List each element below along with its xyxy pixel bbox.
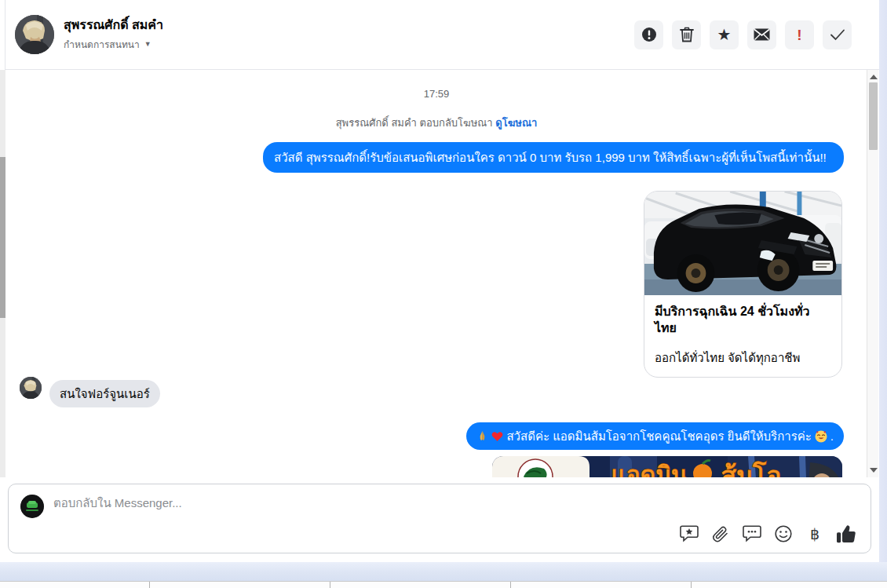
car-photo (644, 192, 841, 295)
like-button[interactable] (836, 524, 856, 544)
header-text: สุพรรณศักดิ์ สมคำ กำหนดการสนทนา ▼ (64, 17, 634, 52)
paperclip-icon (712, 525, 729, 543)
thread-list-scrollbar[interactable] (0, 70, 5, 477)
report-button[interactable] (634, 20, 663, 49)
ad-context-text: สุพรรณศักดิ์ สมคำ ตอบกลับโฆษณา (336, 117, 493, 129)
schedule-label: กำหนดการสนทนา (64, 37, 140, 52)
card-title: มีบริการฉุกเฉิน 24 ชั่วโมงทั่วไทย (655, 304, 831, 337)
outgoing-message-bubble[interactable]: สวัสดีค่ะ แอดมินส้มโอจากโชคคูณโชคอุดร ยิ… (466, 422, 844, 450)
saved-replies-icon (680, 525, 699, 542)
alert-circle-icon (641, 27, 657, 42)
thumbs-up-icon (836, 524, 856, 544)
window-bottom-strip (0, 581, 887, 588)
column-divider (691, 582, 692, 588)
mark-done-button[interactable] (823, 20, 852, 49)
checkmark-icon (830, 28, 845, 41)
follow-up-button[interactable]: ★ (710, 20, 739, 49)
smiling-face-with-hearts-emoji (815, 430, 827, 443)
exclamation-red-icon: ! (797, 27, 801, 42)
customer-avatar-photo (20, 377, 42, 399)
comment-button[interactable] (742, 524, 762, 544)
chat-scrollbar[interactable] (867, 70, 878, 477)
composer-actions: ฿ (679, 524, 856, 544)
window-bottom-band (0, 562, 887, 581)
attach-file-button[interactable] (710, 524, 731, 544)
comment-icon (743, 525, 761, 542)
flag-important-button[interactable]: ! (785, 20, 814, 49)
baht-icon: ฿ (810, 527, 819, 542)
scroll-up-arrow[interactable] (870, 75, 878, 79)
contact-avatar-photo (15, 15, 54, 54)
conversation-header: สุพรรณศักดิ์ สมคำ กำหนดการสนทนา ▼ (5, 0, 879, 70)
saved-replies-button[interactable] (679, 524, 699, 544)
payment-button[interactable]: ฿ (805, 524, 825, 544)
reply-input[interactable] (53, 496, 603, 509)
column-divider (149, 582, 150, 588)
banner-image-attachment[interactable]: แอดมิน ส้มโอ (492, 456, 842, 477)
praying-hands-emoji (476, 430, 488, 442)
red-heart-emoji (491, 431, 503, 442)
scroll-down-arrow[interactable] (870, 468, 878, 473)
envelope-icon (754, 28, 770, 41)
column-divider (330, 582, 330, 588)
thread-list-scrollbar-thumb[interactable] (0, 157, 5, 318)
card-subtitle: ออกได้ทั่วไทย จัดได้ทุกอาชีพ (655, 350, 831, 366)
business-inbox-window: สุพรรณศักดิ์ สมคำ กำหนดการสนทนา ▼ (0, 0, 887, 588)
chat-scrollbar-thumb[interactable] (869, 82, 878, 150)
delete-button[interactable] (672, 20, 701, 49)
banner-word-1: แอดมิน (611, 462, 688, 477)
message-text: สนใจฟอร์จูนเนอร์ (60, 387, 150, 400)
message-history: 17:59 สุพรรณศักดิ์ สมคำ ตอบกลับโฆษณา ดูโ… (6, 70, 867, 477)
trash-icon (680, 27, 694, 42)
emoji-button[interactable] (773, 524, 794, 544)
banner-word-2: ส้มโอ (721, 461, 781, 477)
page-logo (20, 495, 44, 518)
attachment-card[interactable]: มีบริการฉุกเฉิน 24 ชั่วโมงทั่วไทย ออกได้… (644, 191, 842, 378)
message-text: สวัสดีค่ะ แอดมินส้มโอจากโชคคูณโชคอุดร ยิ… (506, 427, 811, 445)
chevron-down-icon: ▼ (144, 40, 151, 48)
app-background-strip (879, 0, 887, 562)
ad-context-line: สุพรรณศักดิ์ สมคำ ตอบกลับโฆษณา ดูโฆษณา (6, 115, 867, 131)
timestamp: 17:59 (6, 88, 867, 100)
message-text: สวัสดี สุพรรณศักดิ์!รับข้อเสนอพิเศษก่อนใ… (274, 151, 827, 164)
header-actions: ★ ! (634, 20, 852, 49)
view-ad-link[interactable]: ดูโฆษณา (495, 117, 537, 129)
star-icon: ★ (717, 27, 732, 42)
contact-name[interactable]: สุพรรณศักดิ์ สมคำ (64, 17, 634, 34)
contact-avatar[interactable] (15, 15, 54, 54)
card-caption: มีบริการฉุกเฉิน 24 ชั่วโมงทั่วไทย ออกได้… (644, 295, 841, 377)
reply-composer: ฿ (8, 484, 871, 553)
incoming-message-bubble[interactable]: สนใจฟอร์จูนเนอร์ (49, 380, 160, 407)
message-punct: . (830, 427, 834, 445)
column-divider (510, 582, 511, 588)
outgoing-message-bubble[interactable]: สวัสดี สุพรรณศักดิ์!รับข้อเสนอพิเศษก่อนใ… (263, 142, 844, 173)
customer-avatar[interactable] (20, 377, 42, 399)
conversation-schedule-dropdown[interactable]: กำหนดการสนทนา ▼ (64, 37, 634, 52)
admin-banner-graphic: แอดมิน ส้มโอ (492, 456, 842, 477)
emoji-icon (775, 525, 792, 542)
page-avatar (20, 495, 44, 518)
mark-unread-button[interactable] (747, 20, 776, 49)
